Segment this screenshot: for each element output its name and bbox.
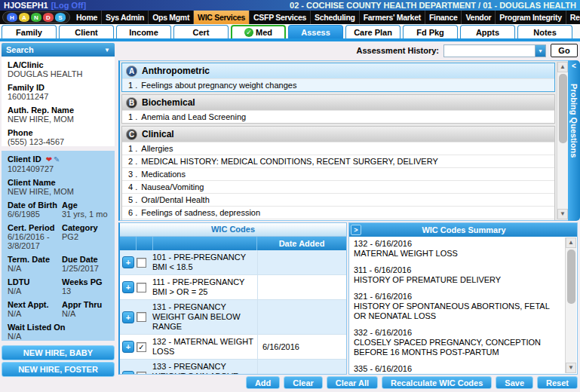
section-header[interactable]: CClinical — [122, 127, 554, 142]
sidebar-pair-row: Next Appt.N/AAppr ThruN/A — [8, 300, 109, 318]
assessment-scrollbar[interactable]: ▲ ▼ — [557, 62, 568, 219]
tab-med[interactable]: ✓Med — [231, 25, 286, 38]
add-code-button[interactable]: + — [122, 281, 134, 293]
assessment-question[interactable]: 3 . Medications — [122, 167, 554, 180]
menu-item-finance[interactable]: Finance — [425, 11, 462, 24]
plus-column-header — [120, 237, 137, 250]
save-button[interactable]: Save — [496, 376, 533, 389]
assessment-question[interactable]: 2 . MEDICAL HISTORY: MEDICAL CONDITIONS,… — [122, 155, 554, 167]
tab-notes[interactable]: Notes — [517, 25, 572, 38]
scroll-up-icon[interactable]: ▲ — [557, 62, 568, 72]
field-label: Weeks PG — [62, 277, 109, 286]
menu-item-scheduling[interactable]: Scheduling — [311, 11, 360, 24]
tab-label: Client — [75, 28, 98, 37]
summary-scrollbar[interactable]: ▲ ▼ — [565, 237, 576, 373]
code-label: 133 - PREGNANCY WEIGHT GAIN ABOVE RANGE — [151, 360, 257, 375]
search-panel-header[interactable]: Search ▼ — [2, 43, 115, 57]
menu-item-home[interactable]: Home — [72, 11, 102, 24]
code-checkbox[interactable] — [137, 283, 146, 292]
section-title: Clinical — [142, 129, 174, 139]
section-header[interactable]: BBiochemical — [122, 95, 554, 110]
dropdown-arrow-icon[interactable]: ▼ — [535, 45, 545, 57]
menu-item-wic-services[interactable]: WIC Services — [194, 11, 250, 24]
recalculate-wic-codes-button[interactable]: Recalculate WIC Codes — [382, 376, 492, 389]
hand-letter-icon: D — [43, 13, 54, 22]
menu-item-csfp-services[interactable]: CSFP Services — [250, 11, 311, 24]
add-code-button[interactable]: + — [122, 256, 134, 268]
tab-client[interactable]: Client — [59, 25, 114, 38]
family-member-buttons: NEW HIRE, BABYNEW HIRE, FOSTER — [2, 345, 115, 377]
add-code-button[interactable]: + — [122, 341, 134, 353]
log-off-link[interactable]: [Log Off] — [51, 1, 86, 11]
clear-all-button[interactable]: Clear All — [327, 376, 378, 389]
clear-button[interactable]: Clear — [284, 376, 323, 389]
menu-item-reports[interactable]: Reports — [566, 11, 580, 24]
menu-item-program-integrity[interactable]: Program Integrity — [496, 11, 566, 24]
sidebar-pair-row: Date of Birth6/6/1985Age31 yrs, 1 mo — [8, 201, 109, 219]
field-label: Phone — [8, 128, 109, 137]
assessment-history-dropdown[interactable]: ▼ — [443, 44, 546, 57]
code-label: 111 - PRE-PREGNANCY BMI > OR = 25 — [151, 275, 257, 299]
scroll-up-icon[interactable]: ▲ — [566, 237, 576, 248]
summary-code-date: 132 - 6/16/2016 — [354, 239, 562, 249]
reset-button[interactable]: Reset — [537, 376, 578, 389]
code-checkbox[interactable] — [137, 258, 146, 268]
go-button[interactable]: Go — [551, 44, 578, 57]
field-value: 13 — [62, 286, 109, 296]
add-button[interactable]: Add — [246, 376, 280, 389]
field-label: Appr Thru — [62, 300, 109, 309]
code-checkbox[interactable] — [137, 372, 146, 375]
section-letter-icon: C — [126, 129, 137, 140]
tab-appts[interactable]: Appts — [460, 25, 515, 38]
wic-code-row: +111 - PRE-PREGNANCY BMI > OR = 25 — [120, 275, 346, 300]
tab-family[interactable]: Family — [2, 25, 57, 38]
tab-fd-pkg[interactable]: Fd Pkg — [403, 25, 458, 38]
client-id-label: Client ID — [8, 155, 41, 164]
scroll-down-icon[interactable]: ▼ — [566, 363, 576, 373]
code-checkbox[interactable] — [137, 312, 146, 322]
assessment-question[interactable]: 1 . Anemia and Lead Screening — [122, 110, 554, 123]
hands-logo: HANDS — [2, 11, 70, 23]
add-code-button[interactable]: + — [122, 371, 134, 375]
field-label: Date of Birth — [8, 201, 62, 210]
field-value: (555) 123-4567 — [8, 137, 109, 146]
menu-item-vendor[interactable]: Vendor — [462, 11, 496, 24]
date-added-column-header: Date Added — [257, 237, 346, 250]
probing-questions-tab[interactable]: < Probing Questions — [568, 60, 580, 221]
assessment-question[interactable]: 4 . Nausea/Vomiting — [122, 180, 554, 193]
assessment-question[interactable]: 6 . Feelings of sadness, depression — [122, 206, 554, 219]
edit-pencil-icon[interactable]: ✎ — [54, 155, 60, 164]
tab-cert[interactable]: Cert — [173, 25, 229, 38]
tab-label: Med — [256, 28, 272, 37]
scroll-down-icon[interactable]: ▼ — [557, 209, 568, 219]
add-code-button[interactable]: + — [122, 311, 134, 323]
family-member-button-new-hire-foster[interactable]: NEW HIRE, FOSTER — [2, 362, 115, 377]
expand-right-icon[interactable]: > — [351, 225, 361, 235]
family-member-button-new-hire-baby[interactable]: NEW HIRE, BABY — [2, 345, 115, 360]
menu-item-sys-admin[interactable]: Sys Admin — [102, 11, 149, 24]
assessment-question[interactable]: 1 . Allergies — [122, 142, 554, 155]
chevron-down-icon: ▼ — [104, 47, 110, 54]
summary-entry: 335 - 6/16/2016DIAGNOSED TWINS OR MULTIP… — [354, 364, 562, 374]
section-header[interactable]: AAnthropometric — [122, 63, 554, 78]
collapse-left-icon[interactable]: < — [572, 60, 576, 72]
code-checkbox[interactable]: ✓ — [137, 342, 146, 352]
menu-item-farmers-market[interactable]: Farmers' Market — [360, 11, 425, 24]
tab-care-plan[interactable]: Care Plan — [345, 25, 400, 38]
assessment-question[interactable]: 5 . Oral/Dental Health — [122, 193, 554, 206]
field-label: Next Appt. — [8, 300, 62, 309]
tab-income[interactable]: Income — [116, 25, 171, 38]
scrollbar-thumb[interactable] — [559, 74, 567, 143]
field-value: N/A — [8, 332, 109, 341]
hand-letter-icon: H — [7, 13, 17, 22]
assessment-question[interactable]: 1 . Feelings about pregnancy weight chan… — [122, 78, 554, 91]
wic-code-row: +101 - PRE-PREGNANCY BMI < 18.5 — [120, 250, 346, 275]
question-text: Oral/Dental Health — [141, 195, 210, 204]
menu-item-ops-mgmt[interactable]: Ops Mgmt — [149, 11, 194, 24]
scrollbar-thumb[interactable] — [567, 250, 575, 304]
assessment-question[interactable]: 7 . Date prenatal care began — [122, 219, 554, 221]
field-label: Cert. Period — [8, 223, 62, 232]
tab-label: Family — [16, 28, 42, 37]
question-number: 4 . — [128, 182, 140, 191]
tab-assess[interactable]: Assess — [288, 25, 343, 38]
